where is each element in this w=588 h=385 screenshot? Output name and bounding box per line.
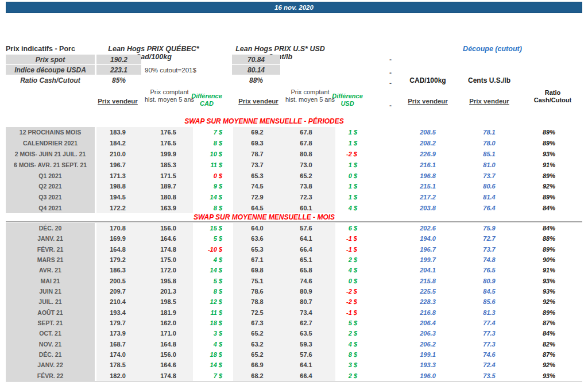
row-label: Q3 2021 xyxy=(6,192,95,203)
cad-hist-moyen: 198.5 xyxy=(148,297,188,307)
cad-prix-vendeur: 183.9 xyxy=(98,127,138,138)
usd-prix-vendeur: 69.2 xyxy=(237,127,277,138)
col-cutout-prix-vendeur-cad: Prix vendeur xyxy=(399,98,457,105)
usd-hist-moyen: 73.8 xyxy=(286,181,326,192)
difference-usd: 0 $ xyxy=(322,276,357,286)
usd-hist-moyen: 60.1 xyxy=(286,203,326,214)
ratio-cash-cutout: 84% xyxy=(529,328,569,338)
table-row: 6 MOIS- AVR. 21 SEPT. 21196.7185.311 $73… xyxy=(0,159,588,170)
col-difference-usd: Différence USD xyxy=(327,93,368,107)
prix-spot-usd-cell: 70.84 xyxy=(232,55,280,64)
difference-cad: 11 $ xyxy=(187,159,222,170)
cutout-cad: 199.7 xyxy=(408,255,448,265)
table-row: Q2 2021198.8189.79 $74.573.81 $215.180.6… xyxy=(0,181,588,192)
usd-hist-moyen: 65.2 xyxy=(286,170,326,181)
cutout-unit-us: Cents U.S./lb xyxy=(461,76,518,84)
cad-hist-moyen: 174.8 xyxy=(148,371,188,381)
difference-usd: 4 $ xyxy=(322,339,357,349)
cad-prix-vendeur: 194.5 xyxy=(98,192,138,203)
usd-prix-vendeur: 72.9 xyxy=(237,192,277,203)
ratio-cad-cell: 85% xyxy=(96,75,141,85)
cad-hist-moyen: 163.9 xyxy=(148,203,188,214)
ratio-cash-cutout: 87% xyxy=(529,349,569,360)
row-label: AOÛT 21 xyxy=(6,307,95,318)
section-divider-line xyxy=(6,221,582,222)
cad-prix-vendeur: 169.9 xyxy=(98,233,138,244)
usd-hist-moyen: 57.6 xyxy=(286,349,326,360)
cad-hist-moyen: 176.5 xyxy=(148,138,188,149)
bottom-border-line xyxy=(6,382,582,382)
table-row: Q3 2021194.5180.814 $72.972.31 $217.281.… xyxy=(0,192,588,203)
table-row: MARS 21179.2175.04 $67.165.12 $199.774.8… xyxy=(0,255,588,265)
usd-hist-moyen: 73.4 xyxy=(286,307,326,318)
difference-usd: 1 $ xyxy=(322,127,357,138)
cutout-note: 90% cutout=201$ xyxy=(145,67,225,74)
usd-prix-vendeur: 64.0 xyxy=(237,223,277,233)
cad-hist-moyen: 176.5 xyxy=(148,127,188,138)
cutout-cents-us: 74.6 xyxy=(469,349,509,360)
table-row: JUIN 21209.7201.38 $78.680.9-2 $225.584.… xyxy=(0,286,588,297)
cad-hist-moyen: 181.9 xyxy=(148,307,188,318)
table-row: JANV. 22178.5164.614 $66.964.13 $193.372… xyxy=(0,360,588,370)
usd-prix-vendeur: 65.2 xyxy=(237,349,277,360)
table-row: CALENDRIER 2021184.2176.58 $69.367.81 $2… xyxy=(0,138,588,149)
cutout-unit-cad: CAD/100kg xyxy=(402,76,454,84)
cad-hist-moyen: 164.8 xyxy=(148,339,188,349)
cad-prix-vendeur: 179.2 xyxy=(98,255,138,265)
row-label: MAI 21 xyxy=(6,276,95,286)
difference-cad: 8 $ xyxy=(187,138,222,149)
section-header-periodes: SWAP SUR MOYENNE MENSUELLE - PÉRIODES xyxy=(144,117,385,125)
page-title: Prix indicatifs - Porc xyxy=(6,45,95,53)
usd-prix-vendeur: 65.3 xyxy=(237,244,277,255)
difference-usd: 8 $ xyxy=(322,349,357,360)
cutout-cents-us: 72.4 xyxy=(469,360,509,370)
cutout-cad: 228.3 xyxy=(408,297,448,307)
cad-hist-moyen: 180.8 xyxy=(148,192,188,203)
ratio-cash-cutout: 89% xyxy=(529,192,569,203)
cad-prix-vendeur: 164.8 xyxy=(98,244,138,255)
col-cutout-prix-vendeur-us: Prix vendeur xyxy=(461,98,518,105)
difference-cad: 15 $ xyxy=(187,223,222,233)
row-label: OCT. 21 xyxy=(6,328,95,338)
cutout-cad: 208.5 xyxy=(408,127,448,138)
table-row: Q1 2021171.3171.50 $65.365.20 $196.873.7… xyxy=(0,170,588,181)
usd-hist-moyen: 80.7 xyxy=(286,297,326,307)
row-label: FÉVR. 22 xyxy=(6,371,95,381)
cad-prix-vendeur: 193.4 xyxy=(98,307,138,318)
difference-usd: 1 $ xyxy=(322,181,357,192)
cutout-cents-us: 80.6 xyxy=(469,181,509,192)
cad-prix-vendeur: 198.8 xyxy=(98,181,138,192)
usd-hist-moyen: 72.3 xyxy=(286,192,326,203)
cad-prix-vendeur: 182.0 xyxy=(98,371,138,381)
row-label: SEPT. 21 xyxy=(6,318,95,328)
row-label: JUIN 21 xyxy=(6,286,95,297)
usd-hist-moyen: 73.0 xyxy=(286,159,326,170)
cad-prix-vendeur: 210.4 xyxy=(98,297,138,307)
col-ratio-cash-cutout: Ratio Cash/Cutout xyxy=(525,89,580,104)
difference-cad: 14 $ xyxy=(187,265,222,275)
cutout-cents-us: 75.9 xyxy=(469,223,509,233)
months-table: DÉC. 20170.8156.015 $64.057.66 $202.675.… xyxy=(0,223,588,381)
row-label: 6 MOIS- AVR. 21 SEPT. 21 xyxy=(6,159,95,170)
table-row: MAI 21200.5195.85 $75.174.60 $215.880.99… xyxy=(0,276,588,286)
cutout-cents-us: 76.4 xyxy=(469,203,509,214)
row-label: FÉVR. 21 xyxy=(6,244,95,255)
col-prix-vendeur-cad: Prix vendeur xyxy=(89,98,146,105)
usd-hist-moyen: 65.1 xyxy=(286,255,326,265)
cad-prix-vendeur: 179.7 xyxy=(98,318,138,328)
cutout-cad: 217.2 xyxy=(408,192,448,203)
cutout-cents-us: 84.5 xyxy=(469,286,509,297)
ratio-cash-cutout: 89% xyxy=(529,127,569,138)
difference-cad: 18 $ xyxy=(187,349,222,360)
ratio-cash-cutout: 93% xyxy=(529,276,569,286)
usd-prix-vendeur: 68.2 xyxy=(237,371,277,381)
difference-cad: 14 $ xyxy=(187,192,222,203)
difference-usd: -1 $ xyxy=(322,307,357,318)
cutout-cents-us: 80.9 xyxy=(469,276,509,286)
table-row: JUIL. 21210.4198.512 $78.880.7-2 $228.38… xyxy=(0,297,588,307)
cad-prix-vendeur: 178.5 xyxy=(98,360,138,370)
ratio-usd-value: 88% xyxy=(249,76,263,84)
cutout-cad: 206.2 xyxy=(408,339,448,349)
dash-indice: - xyxy=(389,69,392,77)
ratio-cash-cutout: 92% xyxy=(529,360,569,370)
